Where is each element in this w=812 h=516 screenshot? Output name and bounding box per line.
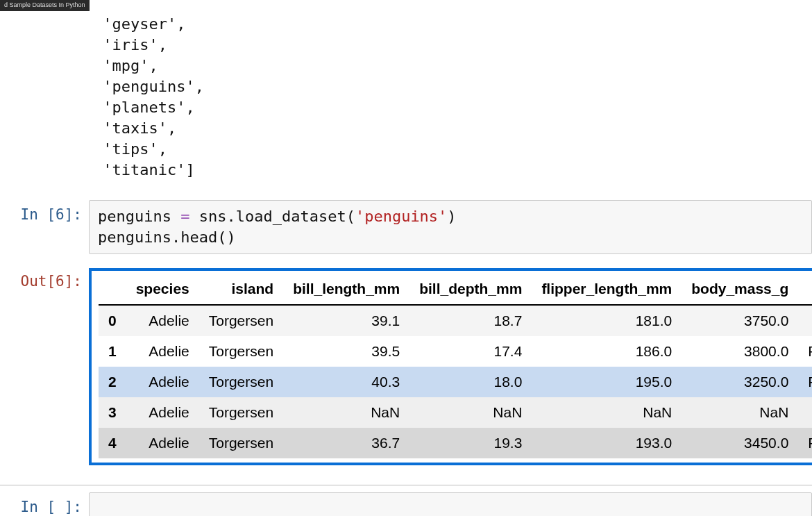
col-header: flipper_length_mm [532,274,682,305]
cell: NaN [532,397,682,428]
cell: 186.0 [532,336,682,367]
cell: Female [798,336,812,367]
cell: NaN [409,397,532,428]
code-token: .head() [171,228,236,246]
code-token: penguins [98,208,171,225]
row-index: 2 [99,367,126,397]
output-line: 'taxis', [103,119,176,137]
output-cell-6: Out[6]: species island bill_length_mm bi… [0,267,812,465]
cell: NaN [798,397,812,428]
cell: 18.7 [409,305,532,336]
table-row: 0 Adelie Torgersen 39.1 18.7 181.0 3750.… [99,305,812,336]
dataset-names-output: 'geyser', 'iris', 'mpg', 'penguins', 'pl… [94,0,812,181]
cell: 17.4 [409,336,532,367]
cell: NaN [283,397,409,428]
cell: NaN [682,397,798,428]
cell: Adelie [126,305,199,336]
code-cell-empty: In [ ]: [0,492,812,516]
col-header: island [199,274,283,305]
cell: Adelie [126,397,199,428]
output-line: 'tips', [103,140,167,158]
col-header: sex [798,274,812,305]
code-token: 'penguins' [355,208,447,225]
table-header-row: species island bill_length_mm bill_depth… [99,274,812,305]
cell: Female [798,428,812,458]
browser-tab-title: d Sample Datasets In Python [0,0,90,11]
cell: Torgersen [199,428,283,458]
table-row: 4 Adelie Torgersen 36.7 19.3 193.0 3450.… [99,428,812,458]
cell: Male [798,305,812,336]
notebook-area: 'geyser', 'iris', 'mpg', 'penguins', 'pl… [0,0,812,516]
output-line: 'geyser', [103,15,185,33]
cell: 3450.0 [682,428,798,458]
output-line: 'mpg', [103,57,158,74]
code-token: .load_dataset( [226,208,355,225]
cell: Torgersen [199,397,283,428]
cell: 3250.0 [682,367,798,397]
output-line: 'penguins', [103,78,204,95]
output-line: 'planets', [103,99,194,116]
cell: 18.0 [409,367,532,397]
code-token: penguins [98,228,171,246]
code-token: ) [447,208,456,225]
code-input-empty[interactable] [89,492,812,516]
table-row: 1 Adelie Torgersen 39.5 17.4 186.0 3800.… [99,336,812,367]
output-line: 'iris', [103,36,167,53]
index-header [99,274,126,305]
cell: Torgersen [199,305,283,336]
col-header: bill_depth_mm [409,274,532,305]
cell-separator [0,485,812,485]
row-index: 3 [99,397,126,428]
dataframe-table: species island bill_length_mm bill_depth… [99,274,812,458]
cell: Adelie [126,428,199,458]
cell: 19.3 [409,428,532,458]
out-prompt-6: Out[6]: [0,267,89,291]
col-header: bill_length_mm [283,274,409,305]
col-header: species [126,274,199,305]
cell: Adelie [126,336,199,367]
cell: 195.0 [532,367,682,397]
code-token: = [171,208,199,225]
dataframe-highlight-box: species island bill_length_mm bill_depth… [89,268,812,465]
cell: 3800.0 [682,336,798,367]
code-cell-6: In [6]: penguins = sns.load_dataset('pen… [0,200,812,254]
cell: Adelie [126,367,199,397]
in-prompt-6: In [6]: [0,200,89,224]
row-index: 1 [99,336,126,367]
row-index: 4 [99,428,126,458]
in-prompt-empty: In [ ]: [0,492,89,516]
cell: Torgersen [199,336,283,367]
code-token: sns [199,208,227,225]
cell: 39.5 [283,336,409,367]
row-index: 0 [99,305,126,336]
cell: 181.0 [532,305,682,336]
cell: Torgersen [199,367,283,397]
cell: Female [798,367,812,397]
col-header: body_mass_g [682,274,798,305]
cell: 39.1 [283,305,409,336]
table-row: 2 Adelie Torgersen 40.3 18.0 195.0 3250.… [99,367,812,397]
cell: 36.7 [283,428,409,458]
cell: 40.3 [283,367,409,397]
table-row: 3 Adelie Torgersen NaN NaN NaN NaN NaN [99,397,812,428]
code-input-6[interactable]: penguins = sns.load_dataset('penguins') … [89,200,812,254]
cell: 193.0 [532,428,682,458]
output-line: 'titanic'] [103,161,194,178]
cell: 3750.0 [682,305,798,336]
